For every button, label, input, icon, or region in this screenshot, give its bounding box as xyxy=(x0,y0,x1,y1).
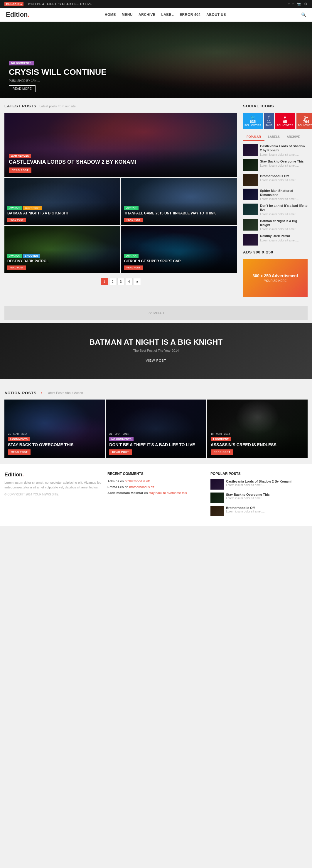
breaking-bar: BREAKING DON'T BE A THIEF IT'S A BAD LIF… xyxy=(0,0,312,8)
batman-card[interactable]: AVATAR BEST POST BATMAN AT NIGHT IS A BI… xyxy=(4,178,120,225)
search-icon[interactable]: 🔍 xyxy=(301,12,306,17)
action-posts-section: ACTION POSTS / Latest Posts About Action… xyxy=(0,385,312,464)
action-card-thief-tag: NO COMMENTS xyxy=(109,437,134,441)
footer-comment-item: Admins on brotherhood is off xyxy=(107,479,205,483)
facebook-top-icon[interactable]: f xyxy=(288,2,290,6)
destiny-card[interactable]: AVATAR SHOOTER DESTINY DARK PATROL READ … xyxy=(4,226,120,273)
twitter-box[interactable]: 🐦 635 FOLLOWERS xyxy=(243,113,263,129)
nav-aboutus[interactable]: ABOUT US xyxy=(206,12,226,17)
sidebar-thumb xyxy=(243,189,258,200)
action-card-stay[interactable]: 21 - MAR - 2014 6 COMMENTS STAY BACK TO … xyxy=(4,400,105,458)
titanfall-card-title: TITANFALL GAME 2015 UNTHINKABLE WAY TO T… xyxy=(124,212,234,215)
comment-link[interactable]: brotherhood is off xyxy=(125,479,150,483)
sidebar-post-meta: Lorem ipsum dolor sit amet.... xyxy=(260,197,308,200)
destiny-tag-avatar: AVATAR xyxy=(7,254,22,258)
footer-popular-title: POPULAR POSTS xyxy=(210,472,308,476)
featured-article-view-button[interactable]: VIEW POST xyxy=(140,357,172,364)
comment-action: on xyxy=(125,485,129,489)
pinterest-count: 95 xyxy=(277,120,293,124)
nav-home[interactable]: HOME xyxy=(105,12,116,17)
sidebar-post-info: Spider Man Shattered Dimensions Lorem ip… xyxy=(260,189,308,201)
comment-link[interactable]: stay back to overcome this xyxy=(149,491,187,495)
action-card-thief[interactable]: 21 - MAR - 2014 NO COMMENTS DON'T BE A T… xyxy=(106,400,206,458)
action-card-stay-tag: 6 COMMENTS xyxy=(8,437,30,441)
latest-posts-title: LATEST POSTS xyxy=(4,104,36,108)
list-item[interactable]: Batman at Night is a Big Knight Lorem ip… xyxy=(243,219,308,231)
sidebar-post-title: Destiny Dark Patrol xyxy=(260,234,299,238)
destiny-read-button[interactable]: READ POST xyxy=(7,266,26,270)
logo[interactable]: Edition. xyxy=(6,11,30,19)
sidebar-ads-header: ADS 300 X 250 xyxy=(243,250,308,254)
footer-popular-item[interactable]: Brotherhood Is Off Lorem ipsum dolor sit… xyxy=(210,506,308,516)
featured-post-tag: WAR HEROES xyxy=(9,154,31,158)
tab-popular[interactable]: POPULAR xyxy=(243,133,264,141)
tab-labels[interactable]: LABELS xyxy=(264,133,283,141)
pinterest-label: FOLLOWERS xyxy=(277,124,293,127)
featured-post[interactable]: WAR HEROES CASTLEVANIA LORDS OF SHADOW 2… xyxy=(4,113,237,177)
list-item[interactable]: Castlevania Lords of Shadow 2 by Konami … xyxy=(243,144,308,156)
sidebar-post-info: Castlevania Lords of Shadow 2 by Konami … xyxy=(260,144,308,156)
list-item[interactable]: Don't be a thief it's a bad life to live… xyxy=(243,204,308,216)
social-icons-top: f t 📷 ⚙ xyxy=(288,2,308,6)
sidebar: SOCIAL ICONS 🐦 635 FOLLOWERS f 11 FANS P… xyxy=(243,104,308,297)
page-2-button[interactable]: 2 xyxy=(109,278,116,285)
action-assassin-read-button[interactable]: READ POST xyxy=(211,450,233,455)
list-item[interactable]: Stay Back to Overcome This Lorem ipsum d… xyxy=(243,159,308,171)
instagram-top-icon[interactable]: 📷 xyxy=(296,2,301,6)
nav-label[interactable]: LABEL xyxy=(162,12,174,17)
action-card-assassin-title: ASSASSIN'S CREED IS ENDLESS xyxy=(211,443,304,447)
batman-read-button[interactable]: READ POST xyxy=(7,218,26,222)
page-next-button[interactable]: » xyxy=(134,278,141,285)
grid-row-1: AVATAR BEST POST BATMAN AT NIGHT IS A BI… xyxy=(4,178,237,225)
citroen-read-button[interactable]: READ POST xyxy=(124,266,143,270)
footer-popular-info: Brotherhood Is Off Lorem ipsum dolor sit… xyxy=(226,506,265,516)
page-1-button[interactable]: 1 xyxy=(101,278,108,285)
titanfall-card[interactable]: AVATAR TITANFALL GAME 2015 UNTHINKABLE W… xyxy=(121,178,237,225)
action-stay-read-button[interactable]: READ POST xyxy=(8,450,30,455)
featured-article-title: BATMAN AT NIGHT IS A BIG KNIGHT xyxy=(6,338,306,346)
social-icons-boxes: 🐦 635 FOLLOWERS f 11 FANS P 95 FOLLOWERS… xyxy=(243,113,308,129)
page-3-button[interactable]: 3 xyxy=(117,278,124,285)
footer-popular-meta: Lorem ipsum dolor sit amet.... xyxy=(226,497,270,500)
list-item[interactable]: Spider Man Shattered Dimensions Lorem ip… xyxy=(243,189,308,201)
gplus-label: FOLLOWERS xyxy=(298,124,312,127)
facebook-box[interactable]: f 11 FANS xyxy=(264,113,274,129)
tab-archive[interactable]: ARCHIVE xyxy=(283,133,304,141)
twitter-top-icon[interactable]: t xyxy=(292,2,293,6)
sidebar-post-meta: Lorem ipsum dolor sit amet.... xyxy=(260,153,308,156)
footer-popular-post-title: Brotherhood Is Off xyxy=(226,506,265,510)
nav-menu[interactable]: MENU xyxy=(122,12,133,17)
hero-content: NO COMMENTS CRYSIS WILL CONTINUE PUBLISH… xyxy=(9,60,303,92)
destiny-card-title: DESTINY DARK PATROL xyxy=(7,259,117,263)
footer-popular-meta: Lorem ipsum dolor sit amet.... xyxy=(226,484,291,487)
nav-error404[interactable]: ERROR 404 xyxy=(180,12,200,17)
destiny-card-tags: AVATAR SHOOTER xyxy=(7,253,117,259)
comment-author: Emma Leo xyxy=(107,485,124,489)
action-posts-header: ACTION POSTS / Latest Posts About Action xyxy=(4,391,308,395)
sidebar-ad-box[interactable]: 300 x 250 Advertisment YOUR AD HERE xyxy=(243,259,308,297)
action-card-assassin[interactable]: 18 - MAR - 2014 1 COMMENT ASSASSIN'S CRE… xyxy=(207,400,308,458)
featured-post-read-button[interactable]: READ POST xyxy=(9,167,31,173)
list-item[interactable]: Destiny Dark Patrol Lorem ipsum dolor si… xyxy=(243,234,308,246)
sidebar-thumb xyxy=(243,219,258,230)
list-item[interactable]: Brotherhood is Off Lorem ipsum dolor sit… xyxy=(243,174,308,186)
nav-archive[interactable]: ARCHIVE xyxy=(139,12,155,17)
footer-comments-title: RECENT COMMENTS xyxy=(107,472,205,476)
footer-popular-item[interactable]: Stay Back to Overcome This Lorem ipsum d… xyxy=(210,493,308,503)
page-4-button[interactable]: 4 xyxy=(125,278,133,285)
gplus-box[interactable]: g+ 764 FOLLOWERS xyxy=(296,113,312,129)
pinterest-box[interactable]: P 95 FOLLOWERS xyxy=(275,113,295,129)
settings-top-icon[interactable]: ⚙ xyxy=(304,2,308,6)
footer-description: Lorem ipsum dolor sit amet, consectetur … xyxy=(4,480,102,490)
action-thief-read-button[interactable]: READ POST xyxy=(109,450,132,455)
grid-row-2: AVATAR SHOOTER DESTINY DARK PATROL READ … xyxy=(4,226,237,273)
citroen-card[interactable]: AVATAR CITROEN GT SUPER SPORT CAR READ P… xyxy=(121,226,237,273)
footer-thumb xyxy=(210,506,224,516)
facebook-label: FANS xyxy=(266,124,273,127)
comment-link[interactable]: brotherhood is off xyxy=(129,485,154,489)
sidebar-post-info: Stay Back to Overcome This Lorem ipsum d… xyxy=(260,159,304,167)
hero-read-more-button[interactable]: READ MORE xyxy=(9,85,35,92)
titanfall-read-button[interactable]: READ POST xyxy=(124,218,143,222)
featured-article-content: BATMAN AT NIGHT IS A BIG KNIGHT The Best… xyxy=(6,338,306,364)
footer-popular-item[interactable]: Castlevania Lords of Shadow 2 By Konami … xyxy=(210,479,308,490)
